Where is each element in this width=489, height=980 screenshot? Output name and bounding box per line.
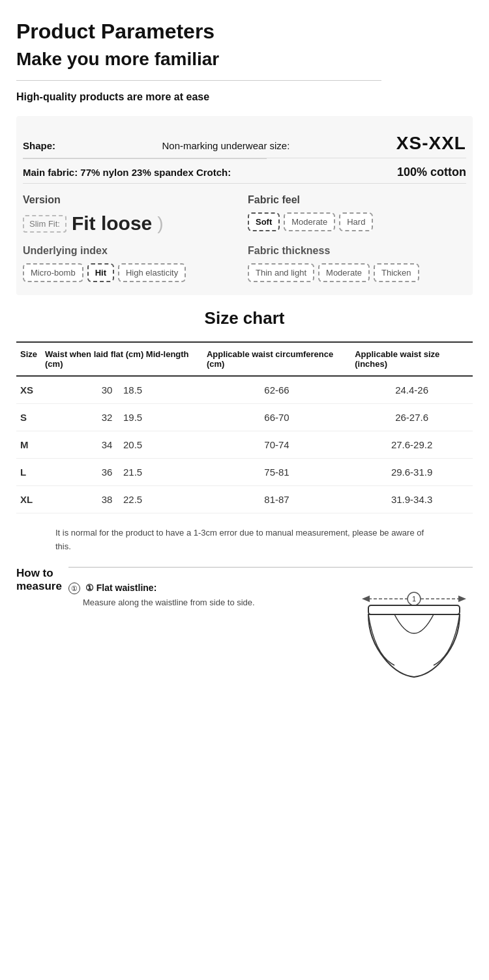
shape-label: Shape: (23, 140, 55, 151)
svg-text:1: 1 (412, 595, 416, 603)
badge-micro-bomb: Micro-bomb (23, 263, 83, 282)
measure-content: ① ① Flat waistline: Measure along the wa… (68, 581, 473, 687)
table-header-row: Size Waist when laid flat (cm) Mid-lengt… (16, 342, 473, 376)
param-row-1: Shape: Non-marking underwear size: XS-XX… (23, 126, 466, 158)
how-to-measure-label: How tomeasure (16, 567, 62, 593)
badge-high-elasticity: High elasticity (118, 263, 186, 282)
badge-hit: Hit (87, 263, 114, 282)
how-to-measure-section: How tomeasure ① ① Flat waistline: Measur… (16, 567, 473, 687)
fabric-label: Main fabric: 77% nylon 23% spandex Crotc… (23, 167, 231, 178)
fit-loose-value: Fit loose (72, 212, 152, 235)
underlying-index-section: Underlying index Micro-bomb Hit High ela… (23, 245, 241, 282)
svg-marker-1 (362, 596, 370, 602)
cell-inches: 31.9-34.3 (351, 486, 473, 513)
cell-inches: 24.4-26 (351, 376, 473, 404)
step1-text: ① ① Flat waistline: Measure along the wa… (68, 581, 342, 610)
header-divider (16, 80, 381, 81)
cell-flat: 30 18.5 (41, 376, 203, 404)
cell-flat: 34 20.5 (41, 431, 203, 459)
fabric-thickness-section: Fabric thickness Thin and light Moderate… (248, 245, 466, 282)
page-title-main: Product Parameters (16, 20, 473, 44)
underlying-index-title: Underlying index (23, 245, 241, 257)
table-row: L 36 21.5 75-81 29.6-31.9 (16, 459, 473, 486)
slim-fit-label: Slim Fit: (23, 215, 67, 233)
badge-moderate-thickness: Moderate (318, 263, 370, 282)
badge-thicken: Thicken (374, 263, 419, 282)
table-row: XL 38 22.5 81-87 31.9-34.3 (16, 486, 473, 513)
page-title-sub: Make you more familiar (16, 49, 473, 70)
cotton-value: 100% cotton (397, 166, 466, 179)
underwear-size-label: Non-marking underwear size: (162, 140, 289, 151)
badge-thin-light: Thin and light (248, 263, 314, 282)
cell-inches: 29.6-31.9 (351, 459, 473, 486)
version-row: Slim Fit: Fit loose ) (23, 212, 241, 235)
cell-size: L (16, 459, 41, 486)
col-inches: Applicable waist size (inches) (351, 342, 473, 376)
table-body: XS 30 18.5 62-66 24.4-26 S 32 19.5 66-70… (16, 376, 473, 513)
how-label-row: How tomeasure ① ① Flat waistline: Measur… (16, 567, 473, 687)
size-chart-title: Size chart (16, 308, 473, 328)
step1-title: ① Flat waistline: (85, 583, 156, 593)
table-row: S 32 19.5 66-70 26-27.6 (16, 404, 473, 431)
col-waist-flat: Waist when laid flat (cm) Mid-length (cm… (41, 342, 203, 376)
page-container: Product Parameters Make you more familia… (0, 0, 489, 707)
measure-text-block: ① ① Flat waistline: Measure along the wa… (68, 581, 342, 610)
cell-size: XL (16, 486, 41, 513)
fabric-feel-section: Fabric feel Soft Moderate Hard (248, 194, 466, 235)
cell-inches: 27.6-29.2 (351, 431, 473, 459)
cell-circumference: 70-74 (203, 431, 351, 459)
cell-flat: 32 19.5 (41, 404, 203, 431)
attributes-grid: Version Slim Fit: Fit loose ) Fabric fee… (23, 194, 466, 282)
quality-text: High-quality products are more at ease (16, 91, 473, 103)
badge-moderate-feel: Moderate (284, 212, 335, 231)
underlying-index-badges: Micro-bomb Hit High elasticity (23, 263, 241, 282)
svg-rect-5 (368, 605, 460, 614)
cell-flat: 38 22.5 (41, 486, 203, 513)
underwear-illustration: 1 (355, 581, 473, 687)
cell-size: XS (16, 376, 41, 404)
version-section: Version Slim Fit: Fit loose ) (23, 194, 241, 235)
fit-bracket: ) (157, 213, 163, 234)
cell-circumference: 75-81 (203, 459, 351, 486)
table-row: XS 30 18.5 62-66 24.4-26 (16, 376, 473, 404)
fabric-thickness-badges: Thin and light Moderate Thicken (248, 263, 466, 282)
measurement-note: It is normal for the product to have a 1… (55, 526, 434, 554)
size-table: Size Waist when laid flat (cm) Mid-lengt… (16, 341, 473, 513)
cell-circumference: 66-70 (203, 404, 351, 431)
badge-hard: Hard (339, 212, 373, 231)
params-section: Shape: Non-marking underwear size: XS-XX… (16, 116, 473, 295)
table-row: M 34 20.5 70-74 27.6-29.2 (16, 431, 473, 459)
col-size: Size (16, 342, 41, 376)
cell-circumference: 62-66 (203, 376, 351, 404)
fabric-feel-badges: Soft Moderate Hard (248, 212, 466, 231)
size-value: XS-XXL (396, 133, 466, 154)
cell-circumference: 81-87 (203, 486, 351, 513)
col-circumference: Applicable waist circumference (cm) (203, 342, 351, 376)
version-title: Version (23, 194, 241, 206)
svg-marker-2 (458, 596, 466, 602)
fabric-thickness-title: Fabric thickness (248, 245, 466, 257)
step1-circle: ① (68, 583, 80, 594)
fabric-feel-title: Fabric feel (248, 194, 466, 206)
underwear-svg: 1 (355, 581, 473, 685)
cell-size: M (16, 431, 41, 459)
badge-soft: Soft (248, 212, 280, 231)
cell-flat: 36 21.5 (41, 459, 203, 486)
measure-detail: ① ① Flat waistline: Measure along the wa… (68, 567, 473, 687)
size-chart-section: Size chart Size Waist when laid flat (cm… (16, 308, 473, 687)
measure-divider (68, 567, 473, 568)
cell-inches: 26-27.6 (351, 404, 473, 431)
param-row-2: Main fabric: 77% nylon 23% spandex Crotc… (23, 159, 466, 184)
cell-size: S (16, 404, 41, 431)
step1-desc: Measure along the waistline from side to… (83, 596, 255, 610)
